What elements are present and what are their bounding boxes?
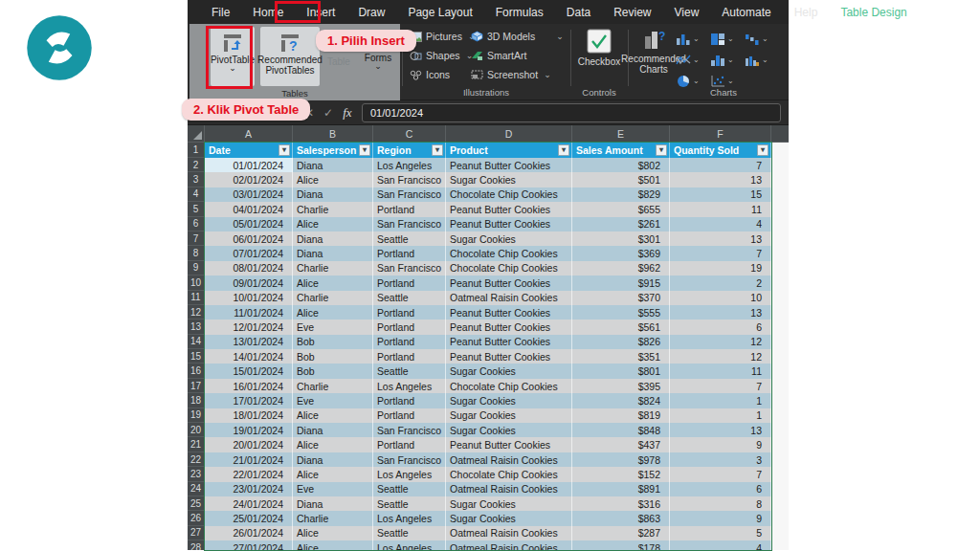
3d-models-button[interactable]: 3D Models ⌄ xyxy=(471,31,564,42)
pivottable-button[interactable]: PivotTable ⌄ xyxy=(211,27,255,86)
row-number-7[interactable]: 7 xyxy=(188,231,205,246)
cell[interactable]: $863 xyxy=(572,511,670,525)
cell[interactable]: Charlie xyxy=(293,511,373,525)
menu-tab-automate[interactable]: Automate xyxy=(711,0,781,24)
header-cell-region[interactable]: Region▾ xyxy=(373,143,446,158)
row-number-10[interactable]: 10 xyxy=(188,276,205,290)
row-number-27[interactable]: 27 xyxy=(188,526,205,540)
header-cell-quantity-sold[interactable]: Quantity Sold▾ xyxy=(670,143,771,158)
cell[interactable]: 9 xyxy=(670,437,771,452)
column-header-B[interactable]: B xyxy=(293,125,373,143)
cell[interactable]: Diana xyxy=(293,246,373,260)
header-cell-salesperson[interactable]: Salesperson▾ xyxy=(293,143,373,158)
menu-tab-draw[interactable]: Draw xyxy=(347,0,395,24)
filter-dropdown-icon[interactable]: ▾ xyxy=(656,144,667,156)
cell[interactable]: 4 xyxy=(670,540,771,550)
row-number-22[interactable]: 22 xyxy=(188,452,205,467)
cell[interactable]: 11 xyxy=(670,364,771,378)
cell[interactable]: Eve xyxy=(293,482,373,496)
cell[interactable]: Chocolate Chip Cookies xyxy=(446,379,572,393)
cell[interactable]: 04/01/2024 xyxy=(205,202,293,216)
cell[interactable]: 03/01/2024 xyxy=(205,187,293,202)
cell[interactable]: 5 xyxy=(670,526,771,540)
cell[interactable]: $826 xyxy=(572,335,670,349)
cell[interactable]: Charlie xyxy=(293,379,373,393)
cell[interactable]: Peanut Butter Cookies xyxy=(446,335,572,349)
cell[interactable]: Eve xyxy=(293,320,373,334)
cell[interactable]: Portland xyxy=(373,202,446,216)
cell[interactable]: 23/01/2024 xyxy=(205,482,293,496)
cell[interactable]: $287 xyxy=(572,526,670,540)
cell[interactable]: 09/01/2024 xyxy=(205,276,293,290)
cell[interactable]: 7 xyxy=(670,467,771,481)
cell[interactable]: 7 xyxy=(670,158,771,172)
row-number-28[interactable]: 28 xyxy=(188,540,205,550)
row-number-16[interactable]: 16 xyxy=(188,364,205,378)
cell[interactable]: 08/01/2024 xyxy=(205,261,293,276)
cell[interactable]: 7 xyxy=(670,246,771,260)
cell[interactable]: Los Angeles xyxy=(373,540,446,550)
cell[interactable]: 05/01/2024 xyxy=(205,217,293,231)
cell[interactable]: 10 xyxy=(670,291,771,305)
histogram-chart-button[interactable]: ⌄ xyxy=(710,50,745,71)
cell[interactable]: 25/01/2024 xyxy=(205,511,293,525)
cell[interactable]: 12/01/2024 xyxy=(205,320,293,334)
cell[interactable]: $801 xyxy=(572,364,670,378)
cell[interactable]: San Francisco xyxy=(373,187,446,202)
cell[interactable]: 16/01/2024 xyxy=(205,379,293,393)
cell[interactable]: 21/01/2024 xyxy=(205,452,293,467)
cell[interactable]: $962 xyxy=(572,261,670,276)
screenshot-button[interactable]: Screenshot ⌄ xyxy=(471,69,551,80)
row-number-21[interactable]: 21 xyxy=(188,437,205,452)
cell[interactable]: Alice xyxy=(293,467,373,481)
column-header-A[interactable]: A xyxy=(205,125,293,143)
cell[interactable]: Bob xyxy=(293,349,373,364)
cell[interactable]: Chocolate Chip Cookies xyxy=(446,261,572,276)
cell[interactable]: 13 xyxy=(670,172,771,187)
icons-button[interactable]: Icons xyxy=(410,69,450,80)
cell[interactable]: Portland xyxy=(373,335,446,349)
cell[interactable]: $655 xyxy=(572,202,670,216)
cell[interactable]: 9 xyxy=(670,511,771,525)
cell[interactable]: Oatmeal Raisin Cookies xyxy=(446,526,572,540)
cell[interactable]: Sugar Cookies xyxy=(446,408,572,423)
cell[interactable]: $369 xyxy=(572,246,670,260)
cell[interactable]: Peanut Butter Cookies xyxy=(446,202,572,216)
cell[interactable]: $915 xyxy=(572,276,670,290)
menu-tab-view[interactable]: View xyxy=(664,0,710,24)
filter-dropdown-icon[interactable]: ▾ xyxy=(278,144,290,156)
line-chart-button[interactable]: ⌄ xyxy=(676,50,710,71)
cell[interactable]: 13 xyxy=(670,231,771,246)
cell[interactable]: Alice xyxy=(293,172,373,187)
cell[interactable]: Sugar Cookies xyxy=(446,231,572,246)
cell[interactable]: 07/01/2024 xyxy=(205,246,293,260)
cell[interactable]: $316 xyxy=(572,496,670,511)
cell[interactable]: Sugar Cookies xyxy=(446,172,572,187)
cell[interactable]: San Francisco xyxy=(373,261,446,276)
menu-tab-review[interactable]: Review xyxy=(603,0,661,24)
column-chart-button[interactable]: ⌄ xyxy=(676,29,710,50)
row-number-2[interactable]: 2 xyxy=(188,158,205,172)
row-number-25[interactable]: 25 xyxy=(188,496,205,511)
cell[interactable]: Alice xyxy=(293,437,373,452)
row-number-19[interactable]: 19 xyxy=(188,408,205,423)
cell[interactable]: 4 xyxy=(670,217,771,231)
cell[interactable]: Peanut Butter Cookies xyxy=(446,217,572,231)
row-number-5[interactable]: 5 xyxy=(188,202,205,216)
cell[interactable]: $178 xyxy=(572,540,670,550)
cell[interactable]: $829 xyxy=(572,187,670,202)
cell[interactable]: Sugar Cookies xyxy=(446,364,572,378)
table-button[interactable]: Table xyxy=(327,56,350,67)
cell[interactable]: Bob xyxy=(293,364,373,378)
formula-input[interactable]: 01/01/2024 xyxy=(362,103,781,122)
cell[interactable]: Chocolate Chip Cookies xyxy=(446,246,572,260)
row-number-15[interactable]: 15 xyxy=(188,349,205,364)
cell[interactable]: 3 xyxy=(670,452,771,467)
cell[interactable]: 13 xyxy=(670,423,771,437)
row-number-20[interactable]: 20 xyxy=(188,423,205,437)
cell[interactable]: San Francisco xyxy=(373,423,446,437)
cell[interactable]: 12 xyxy=(670,349,771,364)
cell[interactable]: Diana xyxy=(293,423,373,437)
cell[interactable]: $978 xyxy=(572,452,670,467)
cell[interactable]: $437 xyxy=(572,437,670,452)
